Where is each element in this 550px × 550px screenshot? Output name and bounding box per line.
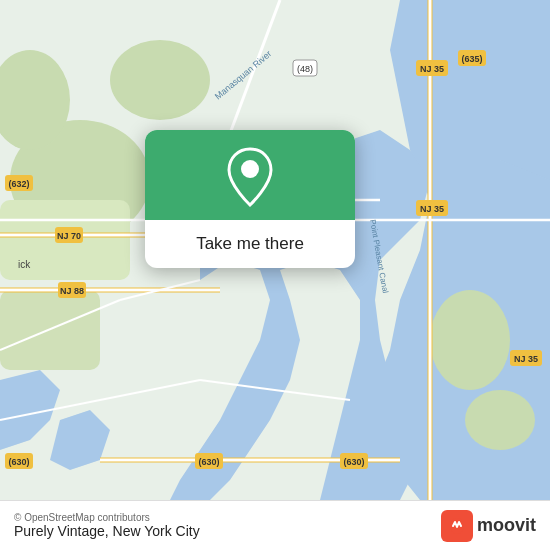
tooltip-green-area [145,130,355,220]
svg-text:NJ 35: NJ 35 [420,64,444,74]
map-container: NJ 35 NJ 35 NJ 35 NJ 70 NJ 88 (48) (632)… [0,0,550,500]
svg-text:NJ 70: NJ 70 [57,231,81,241]
svg-text:NJ 35: NJ 35 [514,354,538,364]
svg-text:NJ 35: NJ 35 [420,204,444,214]
svg-text:NJ 88: NJ 88 [60,286,84,296]
location-pin [225,152,275,202]
svg-text:(630): (630) [198,457,219,467]
svg-text:(632): (632) [8,179,29,189]
moovit-text: moovit [477,515,536,536]
svg-text:(630): (630) [343,457,364,467]
place-name: Purely Vintage, New York City [14,523,200,539]
moovit-logo: moovit [441,510,536,542]
attribution-text: © OpenStreetMap contributors [14,512,200,523]
moovit-icon [441,510,473,542]
bottom-info: © OpenStreetMap contributors Purely Vint… [14,512,200,539]
tooltip-card: Take me there [145,130,355,268]
take-me-there-button[interactable]: Take me there [196,234,304,253]
tooltip-label-section[interactable]: Take me there [145,220,355,268]
svg-point-3 [110,40,210,120]
svg-text:ick: ick [18,259,31,270]
svg-text:(630): (630) [8,457,29,467]
svg-point-51 [241,160,259,178]
svg-text:(635): (635) [461,54,482,64]
svg-point-4 [430,290,510,390]
svg-text:(48): (48) [297,64,313,74]
svg-point-5 [465,390,535,450]
bottom-bar: © OpenStreetMap contributors Purely Vint… [0,500,550,550]
